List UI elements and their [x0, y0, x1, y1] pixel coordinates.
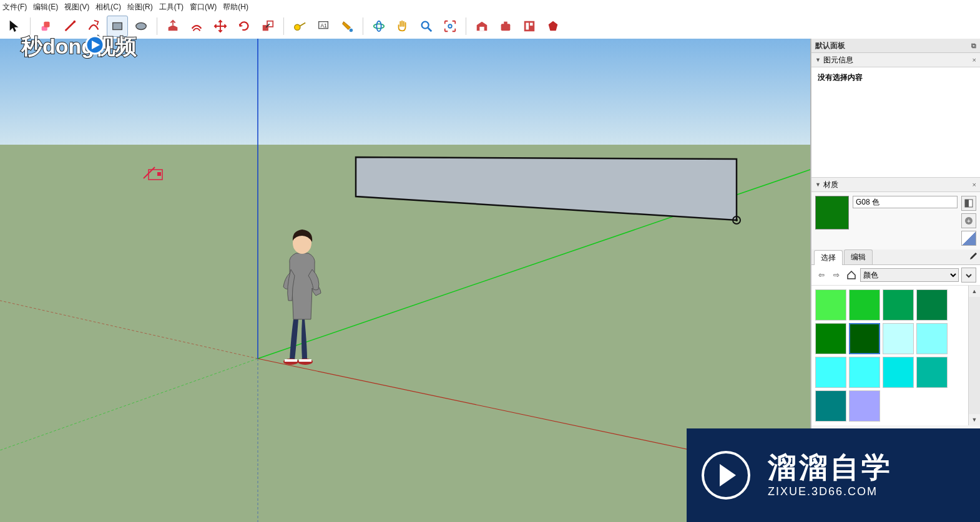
material-swatch[interactable]	[916, 323, 948, 354]
material-swatch[interactable]	[916, 289, 948, 321]
material-swatch[interactable]	[883, 357, 914, 388]
create-material-button[interactable]: +	[961, 213, 976, 228]
library-menu-button[interactable]	[961, 268, 976, 283]
brand-text-big: 溜溜自学	[768, 453, 893, 481]
svg-rect-36	[299, 359, 311, 362]
scale-tool-button[interactable]	[257, 16, 278, 37]
eyedropper-icon[interactable]	[965, 249, 980, 264]
material-swatch[interactable]	[916, 357, 948, 388]
svg-rect-18	[524, 21, 535, 32]
pan-tool-button[interactable]	[392, 16, 413, 37]
tray-title-text: 默认面板	[815, 41, 845, 51]
svg-point-11	[374, 24, 385, 28]
scroll-down-icon[interactable]: ▼	[969, 414, 980, 425]
zoom-extents-tool-button[interactable]	[439, 16, 461, 37]
move-tool-button[interactable]	[210, 16, 231, 37]
text-tool-button[interactable]: A1	[313, 16, 334, 37]
material-swatch[interactable]	[883, 289, 914, 321]
nav-forward-icon[interactable]: ⇨	[830, 269, 843, 281]
display-secondary-button[interactable]	[961, 196, 976, 211]
scroll-up-icon[interactable]: ▲	[969, 286, 980, 297]
play-circle-icon	[702, 451, 750, 500]
menu-view[interactable]: 视图(V)	[64, 2, 89, 12]
paint-tool-button[interactable]	[336, 16, 358, 37]
toolbar-separator	[466, 17, 466, 35]
tray-title-bar[interactable]: 默认面板 ⧉	[811, 39, 980, 53]
menu-help[interactable]: 帮助(H)	[223, 2, 248, 12]
svg-point-14	[448, 24, 452, 28]
toolbar-separator	[363, 17, 363, 35]
svg-rect-32	[157, 172, 161, 176]
ruby-console-button[interactable]	[542, 16, 564, 37]
material-swatch[interactable]	[815, 289, 846, 321]
eraser-tool-button[interactable]	[36, 16, 57, 37]
svg-rect-17	[504, 22, 507, 25]
material-swatch[interactable]	[815, 390, 846, 422]
tray-minimize-icon[interactable]: ⧉	[971, 42, 976, 50]
entity-info-header[interactable]: 图元信息 ×	[811, 53, 980, 67]
set-default-button[interactable]	[961, 231, 976, 246]
materials-header[interactable]: 材质 ×	[811, 178, 980, 192]
watermark-bottom-right: 溜溜自学 ZIXUE.3D66.COM	[687, 428, 980, 522]
rectangle-tool-button[interactable]	[107, 16, 128, 37]
svg-point-13	[422, 22, 429, 29]
warehouse-button[interactable]	[471, 16, 492, 37]
extensions-button[interactable]	[495, 16, 516, 37]
svg-text:+: +	[967, 218, 971, 225]
material-swatch[interactable]	[849, 323, 880, 354]
svg-text:A1: A1	[320, 23, 327, 29]
arc-tool-button[interactable]	[83, 16, 104, 37]
entity-info-body: 没有选择内容	[811, 67, 980, 178]
svg-rect-21	[0, 39, 810, 145]
svg-point-10	[350, 29, 353, 32]
pushpull-tool-button[interactable]	[162, 16, 184, 37]
menu-bar: 文件(F) 编辑(E) 视图(V) 相机(C) 绘图(R) 工具(T) 窗口(W…	[0, 0, 980, 14]
material-swatch[interactable]	[849, 390, 880, 422]
svg-rect-3	[113, 23, 122, 30]
menu-edit[interactable]: 编辑(E)	[33, 2, 58, 12]
nav-back-icon[interactable]: ⇦	[815, 269, 828, 281]
svg-rect-16	[501, 24, 511, 31]
tab-select[interactable]: 选择	[814, 250, 843, 265]
entity-info-title: 图元信息	[823, 55, 853, 65]
entity-info-empty-text: 没有选择内容	[818, 73, 863, 82]
select-tool-button[interactable]	[4, 16, 25, 37]
svg-point-12	[376, 21, 381, 32]
home-icon[interactable]	[845, 269, 858, 281]
menu-window[interactable]: 窗口(W)	[190, 2, 217, 12]
menu-camera[interactable]: 相机(C)	[96, 2, 121, 12]
material-name-input[interactable]	[853, 196, 958, 208]
material-swatch[interactable]	[849, 357, 880, 388]
circle-tool-button[interactable]	[130, 16, 152, 37]
menu-draw[interactable]: 绘图(R)	[127, 2, 153, 12]
zoom-tool-button[interactable]	[416, 16, 437, 37]
menu-tools[interactable]: 工具(T)	[159, 2, 184, 12]
svg-rect-15	[479, 27, 484, 31]
svg-rect-39	[965, 200, 969, 207]
offset-tool-button[interactable]	[186, 16, 207, 37]
materials-close-icon[interactable]: ×	[973, 181, 976, 188]
svg-point-7	[295, 24, 300, 30]
line-tool-button[interactable]	[59, 16, 81, 37]
materials-title: 材质	[823, 180, 838, 190]
orbit-tool-button[interactable]	[368, 16, 390, 37]
swatch-scrollbar[interactable]: ▲ ▼	[968, 286, 980, 425]
menu-file[interactable]: 文件(F)	[2, 2, 27, 12]
rotate-tool-button[interactable]	[233, 16, 255, 37]
material-swatch[interactable]	[883, 323, 914, 354]
svg-rect-35	[285, 359, 297, 362]
svg-point-2	[74, 21, 76, 23]
toolbar-separator	[30, 17, 31, 35]
material-swatch[interactable]	[815, 323, 846, 354]
current-material-swatch[interactable]	[815, 196, 849, 230]
entity-info-close-icon[interactable]: ×	[973, 56, 976, 64]
toolbar-separator	[283, 17, 284, 35]
tape-tool-button[interactable]	[289, 16, 310, 37]
material-swatch[interactable]	[849, 289, 880, 321]
tab-edit[interactable]: 编辑	[844, 249, 873, 264]
svg-rect-20	[530, 23, 533, 26]
layout-button[interactable]	[519, 16, 540, 37]
materials-tabs: 选择 编辑	[811, 249, 980, 265]
material-swatch[interactable]	[815, 357, 846, 388]
material-library-select[interactable]: 颜色	[860, 268, 959, 282]
